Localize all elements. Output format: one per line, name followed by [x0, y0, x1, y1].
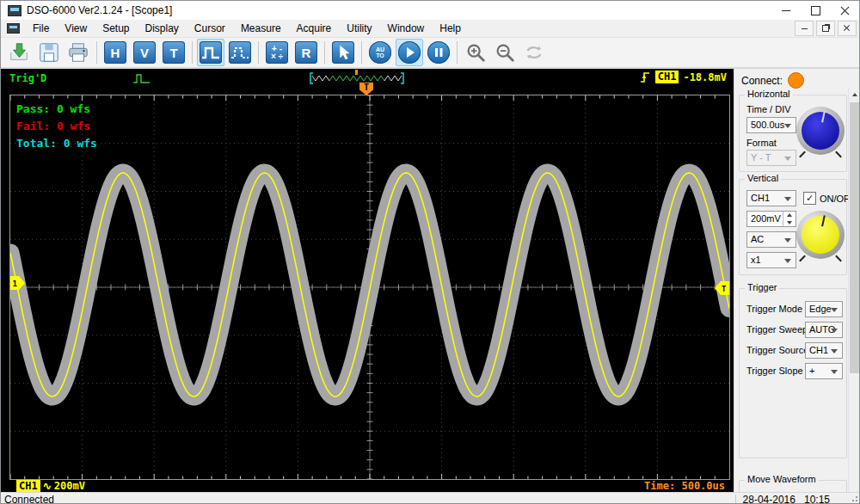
- scope-graticule-waveform: 1T: [10, 95, 729, 479]
- reference-button[interactable]: R: [292, 39, 320, 66]
- close-button[interactable]: [830, 1, 859, 20]
- trigger-select-0[interactable]: Edge: [805, 301, 843, 317]
- channel-select[interactable]: CH1: [746, 190, 796, 206]
- horizontal-position-knob[interactable]: [796, 107, 845, 155]
- knob-tick: [835, 255, 842, 262]
- format-value: Y - T: [751, 152, 771, 163]
- run-button[interactable]: [396, 39, 423, 66]
- math-button[interactable]: + -× ÷: [263, 39, 291, 66]
- import-button[interactable]: [6, 39, 34, 66]
- scrollbar-thumb[interactable]: [850, 102, 859, 373]
- refresh-button[interactable]: [520, 39, 548, 66]
- menu-items: FileViewSetupDisplayCursorMeasureAcquire…: [25, 21, 469, 36]
- fail-counter: Fail: 0 wfs: [16, 118, 97, 135]
- trigger-row-label-1: Trigger Sweep: [746, 324, 808, 335]
- r-icon: R: [295, 41, 317, 64]
- toolbar-separator: [361, 41, 362, 64]
- trigger-button[interactable]: T: [160, 39, 187, 66]
- format-label: Format: [746, 138, 777, 148]
- menu-item-utility[interactable]: Utility: [339, 21, 379, 36]
- mdi-minimize-icon: [802, 28, 808, 29]
- waveform-preview[interactable]: [309, 71, 405, 85]
- menu-item-setup[interactable]: Setup: [95, 21, 137, 36]
- pulse-mode-icon: [132, 72, 151, 85]
- app-window: DSO-6000 Ver2.1.24 - [Scope1] FileViewSe…: [0, 0, 860, 504]
- status-bar: Connected 28-04-2016 10:15: [1, 492, 859, 504]
- h-icon: H: [104, 41, 126, 64]
- panel-scrollbar[interactable]: [848, 88, 860, 492]
- mask-test-button[interactable]: [226, 39, 254, 66]
- menu-item-cursor[interactable]: Cursor: [187, 21, 233, 36]
- spinner-arrows[interactable]: [783, 212, 796, 226]
- zoom-out-button[interactable]: [491, 39, 519, 66]
- minimize-button[interactable]: [771, 1, 801, 20]
- mdi-minimize-button[interactable]: [795, 21, 814, 36]
- probe-select[interactable]: x1: [746, 252, 796, 268]
- statusbar-divider: [735, 495, 736, 504]
- scope-display: 1T Pass: 0 wfs Fail: 0 wfs Total: 0 wfs: [9, 95, 730, 480]
- format-select[interactable]: Y - T: [746, 150, 796, 166]
- datetime: 28-04-2016 10:15: [743, 494, 830, 504]
- save-button[interactable]: [35, 39, 63, 66]
- auto-text-top: AU: [376, 46, 384, 52]
- maximize-button[interactable]: [801, 1, 830, 20]
- autoset-button[interactable]: AUTO: [366, 39, 394, 66]
- trigger-select-1[interactable]: AUTO: [805, 322, 843, 338]
- menu-item-window[interactable]: Window: [380, 21, 433, 36]
- knob-tick: [799, 255, 806, 262]
- svg-text:T: T: [722, 285, 727, 293]
- time-div-value: 500.0us: [751, 120, 784, 130]
- channel-readout-bar: CH1 ∿ 200mV Time: 500.0us: [1, 480, 734, 492]
- resize-grip-icon[interactable]: [848, 495, 858, 504]
- trigger-select-value-3: +: [809, 366, 814, 376]
- control-panel: Connect: Horizontal Time / DIV 500.0us F…: [734, 69, 860, 492]
- volt-scale-spinner[interactable]: 200mV: [746, 211, 796, 227]
- pass-fail-button[interactable]: [197, 39, 224, 66]
- horizontal-group: Horizontal Time / DIV 500.0us Format Y -…: [739, 95, 847, 172]
- trigger-row-label-2: Trigger Source: [746, 345, 808, 355]
- mdi-restore-button[interactable]: [816, 21, 835, 36]
- cursor-measure-button[interactable]: [329, 39, 357, 66]
- move-waveform-title: Move Waveform: [745, 474, 819, 484]
- menu-item-view[interactable]: View: [57, 21, 95, 36]
- menu-item-file[interactable]: File: [25, 21, 57, 36]
- trigger-status: Trig'D: [9, 72, 46, 84]
- pass-fail-counters: Pass: 0 wfs Fail: 0 wfs Total: 0 wfs: [16, 101, 97, 152]
- trigger-select-value-2: CH1: [809, 345, 828, 355]
- menu-item-help[interactable]: Help: [432, 21, 469, 36]
- toolbar-separator: [258, 41, 259, 64]
- scope-region: Trig'D CH1 -18.8mV 1T: [1, 69, 734, 492]
- coupling-icon: ∿: [43, 480, 52, 492]
- menu-item-display[interactable]: Display: [138, 21, 187, 36]
- v-icon: V: [133, 41, 156, 64]
- mdi-close-button[interactable]: [838, 21, 857, 36]
- trigger-channel-badge: CH1: [655, 71, 679, 83]
- menu-item-acquire[interactable]: Acquire: [289, 21, 340, 36]
- math-mul-div: × ÷: [271, 52, 283, 60]
- vertical-cursor-button[interactable]: V: [131, 39, 158, 66]
- connection-indicator[interactable]: [788, 72, 804, 89]
- scrollbar-up-icon[interactable]: [849, 88, 860, 101]
- menu-item-measure[interactable]: Measure: [233, 21, 289, 36]
- zoom-in-button[interactable]: [462, 39, 489, 66]
- coupling-select[interactable]: AC: [746, 231, 796, 248]
- autoset-icon: AUTO: [369, 41, 391, 64]
- trigger-select-3[interactable]: +: [805, 363, 843, 379]
- vertical-position-knob[interactable]: [796, 211, 845, 259]
- time-div-select[interactable]: 500.0us: [746, 117, 796, 133]
- zoom-out-icon: [494, 41, 516, 64]
- connection-status: Connected: [4, 494, 54, 504]
- minimize-icon: [782, 10, 790, 11]
- stop-button[interactable]: [425, 39, 452, 66]
- horizontal-cursor-button[interactable]: H: [101, 39, 129, 66]
- cursor-arrow-icon: [332, 41, 354, 64]
- connect-row: Connect:: [741, 72, 804, 89]
- pause-icon: [427, 41, 450, 64]
- print-button[interactable]: [64, 39, 92, 66]
- total-counter: Total: 0 wfs: [16, 135, 97, 152]
- trigger-position-marker[interactable]: T: [359, 83, 373, 95]
- vertical-group: Vertical CH1 ✓ ON/OFF 200mV AC x1: [739, 179, 847, 275]
- trigger-select-2[interactable]: CH1: [805, 342, 843, 359]
- maximize-icon: [811, 6, 820, 15]
- pass-counter: Pass: 0 wfs: [16, 101, 97, 118]
